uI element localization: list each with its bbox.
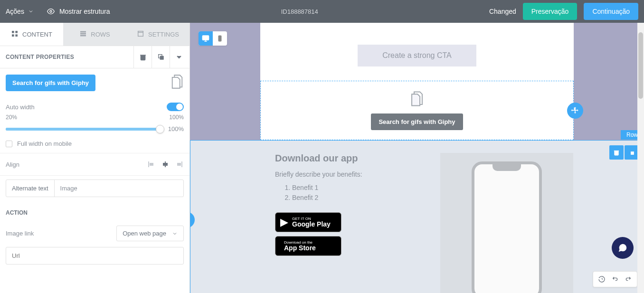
desktop-preview-button[interactable]	[199, 31, 213, 46]
app-title[interactable]: Download our app	[275, 153, 426, 164]
url-input[interactable]	[6, 247, 184, 265]
phone-notch	[492, 164, 521, 171]
align-left-icon	[148, 161, 156, 168]
phone-mockup-column	[440, 153, 573, 293]
grid-icon	[11, 30, 19, 38]
align-left-button[interactable]	[147, 159, 157, 170]
svg-rect-20	[202, 36, 208, 40]
chevron-down-icon	[175, 53, 183, 61]
history-button[interactable]	[596, 274, 607, 285]
svg-rect-5	[80, 31, 86, 32]
giphy-placeholder-block[interactable]: Search for gifs with Giphy	[260, 81, 574, 140]
svg-rect-3	[15, 34, 18, 37]
chevron-down-icon	[172, 231, 178, 236]
width-slider[interactable]	[6, 128, 160, 131]
tab-settings-label: SETTINGS	[148, 31, 179, 38]
benefits-list[interactable]: Benefit 1 Benefit 2	[292, 183, 426, 203]
redo-icon	[625, 275, 632, 283]
image-link-label: Image link	[6, 230, 34, 237]
slider-min-label: 20%	[6, 114, 17, 121]
device-preview-toggle	[199, 31, 227, 46]
actions-dropdown[interactable]: Ações	[6, 8, 34, 15]
cta-button-block[interactable]: Create a strong CTA	[358, 45, 476, 66]
preserve-button[interactable]: Preservação	[523, 3, 578, 20]
page-scrollbar[interactable]	[637, 23, 644, 293]
duplicate-content-button[interactable]	[152, 46, 170, 68]
auto-width-toggle[interactable]	[167, 103, 184, 111]
continue-button[interactable]: Continuação	[584, 3, 638, 20]
show-structure-label: Mostrar estrutura	[59, 8, 110, 15]
canvas-area: Create a strong CTA Search for gifs with…	[190, 23, 644, 293]
as-line2: App Store	[284, 245, 316, 251]
align-right-icon	[175, 161, 182, 168]
google-play-badge[interactable]: ▶ GET IT ON Google Play	[275, 212, 341, 232]
app-store-badge[interactable]: Download on the App Store	[275, 236, 341, 256]
auto-width-label: Auto width	[6, 104, 35, 111]
scrollbar-thumb[interactable]	[638, 32, 643, 99]
document-id: ID188887814	[110, 8, 489, 15]
history-icon	[598, 275, 606, 283]
tab-rows-label: ROWS	[91, 31, 110, 38]
undo-icon	[611, 275, 619, 283]
copy-icon	[157, 53, 165, 61]
svg-rect-24	[631, 151, 634, 154]
show-structure-toggle[interactable]: Mostrar estrutura	[47, 8, 110, 15]
row-drag-handle[interactable]	[190, 212, 195, 228]
content-properties-header: CONTENT PROPERTIES	[0, 46, 189, 68]
top-bar: Ações Mostrar estrutura ID188887814 Chan…	[0, 0, 644, 23]
delete-content-button[interactable]	[133, 46, 152, 68]
search-giphy-button[interactable]: Search for gifs with Giphy	[6, 75, 95, 91]
slider-max-label: 100%	[169, 114, 184, 121]
svg-rect-14	[148, 161, 149, 167]
image-link-type-value: Open web page	[123, 230, 166, 237]
align-center-icon	[161, 161, 169, 168]
tab-content-label: CONTENT	[22, 31, 52, 38]
duplicate-row-button[interactable]	[625, 145, 639, 160]
alt-text-value[interactable]: Image	[55, 180, 183, 197]
app-description[interactable]: Briefly describe your benefits:	[275, 170, 426, 178]
full-width-mobile-label: Full width on mobile	[17, 140, 72, 147]
svg-rect-23	[218, 36, 221, 41]
chat-support-button[interactable]	[612, 237, 634, 259]
chevron-down-icon	[28, 9, 34, 14]
gp-line2: Google Play	[292, 221, 331, 227]
svg-rect-7	[80, 35, 86, 36]
tab-content[interactable]: CONTENT	[0, 23, 63, 46]
app-download-row[interactable]: Row Download our app Briefly describe yo…	[190, 140, 644, 293]
alternate-text-field[interactable]: Alternate text Image	[6, 180, 184, 197]
copy-icon	[628, 149, 635, 156]
file-stack-icon	[270, 91, 564, 109]
tab-rows[interactable]: ROWS	[63, 23, 126, 46]
svg-rect-19	[177, 163, 181, 166]
phone-mockup	[472, 161, 542, 293]
move-icon	[190, 216, 191, 224]
benefit-item: Benefit 1	[292, 183, 426, 193]
slider-handle[interactable]	[156, 125, 164, 133]
svg-rect-6	[80, 33, 86, 34]
mobile-preview-button[interactable]	[213, 31, 227, 46]
google-play-icon: ▶	[280, 216, 288, 228]
block-drag-handle[interactable]	[567, 103, 583, 119]
actions-label: Ações	[6, 8, 24, 15]
status-label: Changed	[489, 8, 516, 15]
svg-rect-17	[163, 163, 168, 166]
delete-row-button[interactable]	[609, 145, 624, 160]
svg-rect-2	[15, 31, 18, 33]
align-right-button[interactable]	[173, 159, 184, 170]
collapse-panel-button[interactable]	[170, 46, 188, 68]
chat-icon	[617, 243, 628, 253]
tab-settings[interactable]: SETTINGS	[126, 23, 189, 46]
svg-rect-18	[181, 161, 182, 167]
app-text-column: Download our app Briefly describe your b…	[275, 153, 426, 293]
redo-button[interactable]	[623, 274, 634, 285]
svg-rect-1	[12, 31, 14, 33]
align-center-button[interactable]	[160, 159, 170, 170]
panel-title: CONTENT PROPERTIES	[6, 54, 74, 60]
giphy-search-button[interactable]: Search for gifs with Giphy	[371, 113, 463, 130]
slider-value-label: 100%	[165, 125, 184, 132]
svg-rect-4	[12, 34, 14, 37]
image-link-type-select[interactable]: Open web page	[116, 226, 184, 241]
full-width-mobile-checkbox[interactable]	[6, 141, 12, 147]
move-icon	[571, 106, 579, 115]
undo-button[interactable]	[609, 274, 621, 285]
